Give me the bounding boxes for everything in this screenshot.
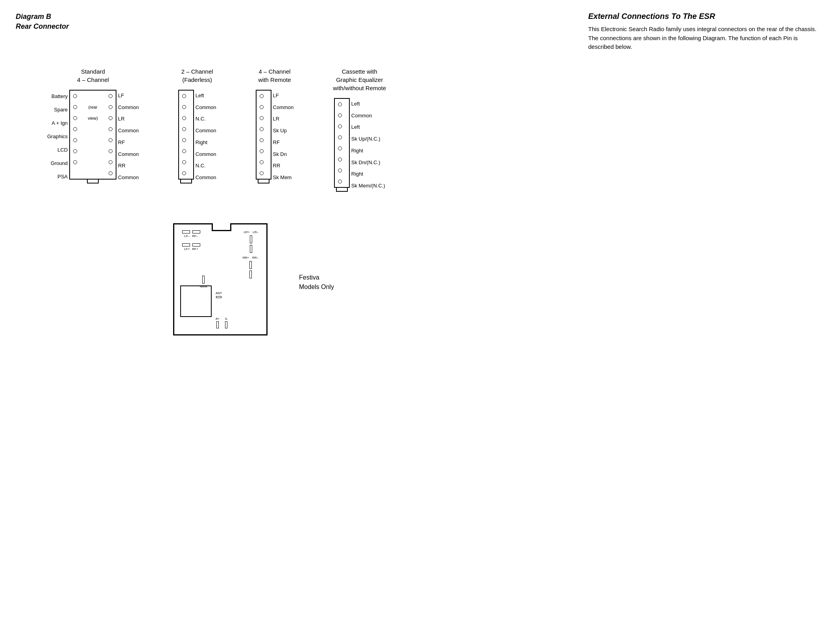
rlabel-common4: Common <box>118 172 139 183</box>
lf-plus-label: LF+ <box>184 247 190 251</box>
rr-plus-label: RR+ <box>243 256 249 259</box>
connector-4channel-remote: 4 – Channel with Remote LF Commo <box>256 67 294 183</box>
4chr-pin-6 <box>257 146 271 157</box>
festiva-rr-plus-vpin <box>249 261 252 269</box>
pin-row-3: view) <box>70 113 116 124</box>
pin-4chr-5 <box>260 138 264 142</box>
pin-4chr-2 <box>260 105 264 109</box>
4chr-rlabel-rf: RF <box>273 137 280 148</box>
diagram-title: Diagram B Rear Connector <box>16 12 69 52</box>
pin-left-6 <box>73 149 77 153</box>
2ch-pin-8 <box>179 168 193 179</box>
festiva-lf-plus-pin <box>182 243 190 246</box>
rf-minus-label: RF– <box>192 234 198 238</box>
2ch-pin-7 <box>179 157 193 168</box>
festiva-bottom-row: A+ IL <box>216 317 228 328</box>
cass-rlabel-skmem: Sk Mem/(N.C.) <box>351 180 385 191</box>
cass-rlabel-left1: Left <box>351 98 360 109</box>
rlabel-lr: LR <box>118 113 125 124</box>
rlabel-common3: Common <box>118 148 139 159</box>
pin-cass-5 <box>338 146 342 150</box>
pin-2ch-8 <box>182 171 186 175</box>
connector-cass-body: Left Common Left Sk Up/(N.C.) Right Sk D… <box>334 98 385 192</box>
festiva-rf-plus-pin <box>192 243 200 246</box>
pin-right-4 <box>109 127 113 131</box>
4chr-pin-3 <box>257 113 271 124</box>
pin-left-1 <box>73 94 77 98</box>
pin-2ch-4 <box>182 127 186 131</box>
rlabel-rf: RF <box>118 137 125 148</box>
connector-2ch-title: 2 – Channel (Faderless) <box>181 67 213 84</box>
ext-connections-desc: This Electronic Search Radio family uses… <box>588 25 824 52</box>
pin-2ch-5 <box>182 138 186 142</box>
pin-cass-2 <box>338 113 342 117</box>
festiva-rr-labels: RR+ RR– <box>243 256 258 259</box>
pin-cass-4 <box>338 135 342 139</box>
cass-pin-3 <box>335 121 349 132</box>
cass-rlabel-skdn: Sk Dn/(N.C.) <box>351 157 380 168</box>
pin-4chr-7 <box>260 160 264 164</box>
cass-pin-6 <box>335 154 349 165</box>
pin-row-5 <box>70 135 116 146</box>
ant-label: ANT <box>216 291 222 295</box>
2ch-pin-4 <box>179 124 193 135</box>
festiva-top-connectors: LF– RF– <box>182 230 200 238</box>
il-label: IL <box>225 317 228 321</box>
pin-right-5 <box>109 138 113 142</box>
festiva-title: Festiva Models Only <box>299 273 334 292</box>
pin-4chr-1 <box>260 94 264 98</box>
4chr-rlabel-skmem: Sk Mem <box>273 172 292 183</box>
connector-box-cass <box>334 98 350 188</box>
connector-cass-title: Cassette with Graphic Equalizer with/wit… <box>333 67 386 92</box>
pin-2ch-3 <box>182 116 186 120</box>
right-labels-cass: Left Common Left Sk Up/(N.C.) Right Sk D… <box>350 98 385 192</box>
label-lcd: LCD <box>57 145 68 156</box>
label-ground: Ground <box>51 158 68 169</box>
cass-rlabel-right2: Right <box>351 169 363 180</box>
4chr-rlabel-lf: LF <box>273 90 279 101</box>
festiva-plus-labels: LF+ RF+ <box>184 247 198 251</box>
pin-cass-1 <box>338 102 342 106</box>
4chr-rlabel-skup: Sk Up <box>273 125 287 136</box>
2ch-pin-3 <box>179 113 193 124</box>
pin-4chr-8 <box>260 171 264 175</box>
pin-right-3 <box>109 116 113 120</box>
pin-2ch-7 <box>182 160 186 164</box>
pin-right-1 <box>109 94 113 98</box>
connector-cassette: Cassette with Graphic Equalizer with/wit… <box>333 67 386 192</box>
connector-standard-title: Standard 4 – Channel <box>77 67 109 84</box>
cass-rlabel-left2: Left <box>351 122 360 133</box>
pin-2ch-6 <box>182 149 186 153</box>
cass-pin-8 <box>335 176 349 187</box>
pin-cass-3 <box>338 124 342 128</box>
rlabel-rr: RR <box>118 160 126 171</box>
4chr-rlabel-common1: Common <box>273 102 294 113</box>
label-spare: Spare <box>54 104 68 115</box>
pin-row-2: (rear <box>70 102 116 113</box>
festiva-il-group: IL <box>225 317 228 328</box>
pin-right-6 <box>109 149 113 153</box>
festiva-lr-labels: LR+ LR– <box>244 230 258 234</box>
pin-right-2 <box>109 105 113 109</box>
connector-4chr-title: 4 – Channel with Remote <box>258 67 291 84</box>
connector-box-2ch <box>178 90 194 180</box>
pin-4chr-4 <box>260 127 264 131</box>
2ch-pin-1 <box>179 91 193 102</box>
connector-box-4chr <box>256 90 271 180</box>
pin-left-2 <box>73 105 77 109</box>
2ch-pin-2 <box>179 102 193 113</box>
right-labels-4chr: LF Common LR Sk Up RF Sk Dn RR Sk Mem <box>271 90 294 183</box>
cass-rlabel-skup: Sk Up/(N.C.) <box>351 133 380 145</box>
4chr-rlabel-lr: LR <box>273 113 280 124</box>
lf-minus-label: LF– <box>185 234 190 238</box>
festiva-notch <box>212 223 231 231</box>
rf-plus-label: RF+ <box>192 247 198 251</box>
pin-row-1 <box>70 91 116 102</box>
pin-row-8 <box>70 168 116 179</box>
2ch-pin-5 <box>179 135 193 146</box>
cass-rlabel-right1: Right <box>351 145 363 156</box>
label-aign: A + Ign <box>52 118 68 129</box>
festiva-ant-group: ANT <box>216 291 222 298</box>
festiva-lr-plus-vpin <box>250 235 252 243</box>
4chr-rlabel-rr: RR <box>273 160 281 171</box>
